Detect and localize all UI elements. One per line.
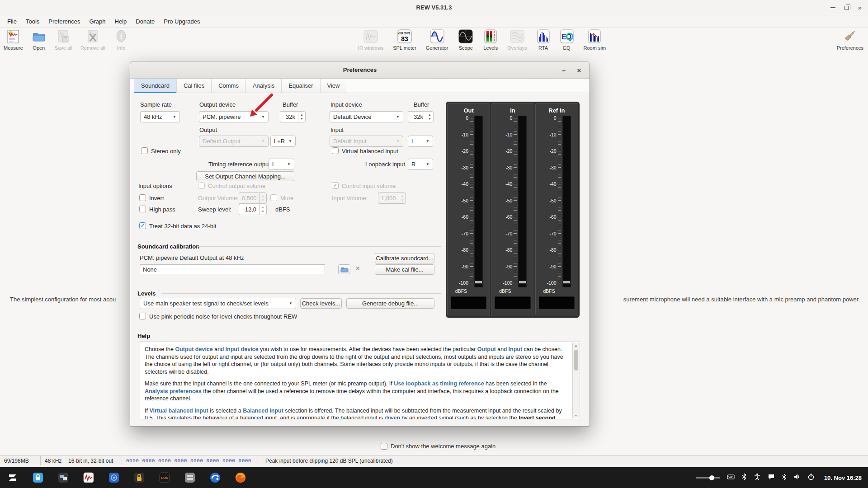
- window-restore-icon[interactable]: [844, 6, 849, 10]
- output-channel-select[interactable]: L+R ▼: [270, 136, 296, 147]
- dont-show-welcome-checkbox[interactable]: [381, 443, 387, 450]
- meter-slider-handle[interactable]: [563, 281, 571, 284]
- toolbar-rta[interactable]: RTA: [537, 28, 550, 51]
- taskbar-clock[interactable]: 10. Nov 16:28: [824, 474, 862, 481]
- spinner-arrows-icon[interactable]: ▲▼: [399, 192, 406, 204]
- input-channel-select[interactable]: L ▼: [408, 136, 433, 147]
- tab-soundcard[interactable]: Soundcard: [134, 79, 177, 93]
- accessibility-icon[interactable]: [754, 473, 761, 482]
- browse-cal-file-button[interactable]: [338, 264, 350, 274]
- control-input-volume-checkbox[interactable]: ✓: [332, 182, 339, 189]
- toolbar-room-sim[interactable]: Room sim: [584, 28, 606, 51]
- toolbar-generator[interactable]: Generator: [426, 28, 448, 51]
- toolbar-eq[interactable]: EQ EQ: [560, 28, 574, 51]
- toolbar-ir-windows[interactable]: IR windows: [358, 28, 383, 51]
- pink-noise-checkbox[interactable]: [139, 313, 146, 319]
- tab-view[interactable]: View: [321, 79, 347, 93]
- mute-checkbox[interactable]: [270, 194, 277, 201]
- help-scrollbar[interactable]: ▲ ▼: [572, 343, 579, 418]
- stereo-only-checkbox[interactable]: [141, 147, 148, 154]
- toolbar-info[interactable]: i Info: [113, 28, 129, 51]
- dialog-minimize-button[interactable]: –: [559, 66, 569, 75]
- invert-checkbox[interactable]: [139, 194, 146, 201]
- toolbar-overlays[interactable]: Overlays: [507, 28, 527, 51]
- keyboard-layout-icon[interactable]: [727, 473, 735, 482]
- toolbar-remove-all[interactable]: Remove all: [80, 28, 105, 51]
- dialog-titlebar[interactable]: Preferences – ×: [130, 61, 590, 79]
- spinner-arrows-icon[interactable]: ▲▼: [259, 192, 267, 204]
- notification-icon[interactable]: [768, 473, 775, 482]
- web-browser-icon[interactable]: [207, 469, 223, 486]
- buffer-out-spinner[interactable]: 32k ▲▼: [280, 111, 306, 122]
- spinner-arrows-icon[interactable]: ▲▼: [426, 111, 434, 122]
- menu-graph[interactable]: Graph: [85, 18, 110, 25]
- scroll-down-icon[interactable]: ▼: [575, 413, 578, 418]
- menu-pro-upgrades[interactable]: Pro Upgrades: [159, 18, 204, 25]
- toolbar-spl-meter[interactable]: dB SPL83 SPL meter: [393, 28, 416, 51]
- buffer-in-spinner[interactable]: 32k ▲▼: [408, 111, 434, 122]
- sweep-level-spinner[interactable]: -12,0 ▲▼: [239, 204, 267, 215]
- loopback-select[interactable]: R ▼: [408, 159, 433, 170]
- generate-debug-file-button[interactable]: Generate debug file...: [346, 298, 434, 309]
- power-icon[interactable]: [807, 473, 815, 482]
- window-close-icon[interactable]: ×: [858, 5, 862, 11]
- tab-cal-files[interactable]: Cal files: [177, 79, 212, 93]
- tab-analysis[interactable]: Analysis: [246, 79, 282, 93]
- check-levels-button[interactable]: Check levels...: [300, 298, 342, 309]
- input-select[interactable]: Default Input ▼: [330, 136, 403, 147]
- high-pass-checkbox[interactable]: [139, 206, 146, 212]
- firefox-icon[interactable]: [232, 469, 249, 486]
- calibrate-soundcard-button[interactable]: Calibrate soundcard...: [375, 253, 434, 263]
- toolbar-preferences[interactable]: Preferences: [837, 28, 863, 51]
- set-output-channel-mapping-button[interactable]: Set Output Channel Mapping...: [196, 171, 294, 181]
- sample-rate-select[interactable]: 48 kHz ▼: [140, 111, 180, 122]
- file-manager-icon[interactable]: [182, 469, 198, 486]
- scrollbar-thumb[interactable]: [574, 350, 578, 371]
- volume-slider[interactable]: [696, 477, 720, 479]
- spinner-arrows-icon[interactable]: ▲▼: [259, 204, 267, 215]
- bluetooth-status-icon[interactable]: [782, 474, 787, 482]
- dialog-close-button[interactable]: ×: [574, 66, 584, 75]
- output-device-select[interactable]: PCM: pipewire ▼: [199, 111, 269, 122]
- treat-32bit-checkbox[interactable]: ✓: [139, 222, 146, 229]
- meter-slider-handle[interactable]: [519, 281, 526, 284]
- tab-equaliser[interactable]: Equaliser: [282, 79, 320, 93]
- spinner-arrows-icon[interactable]: ▲▼: [298, 111, 306, 122]
- menu-preferences[interactable]: Preferences: [44, 18, 85, 25]
- software-store-icon[interactable]: [30, 469, 46, 486]
- bluetooth-icon[interactable]: [741, 473, 747, 482]
- menu-donate[interactable]: Donate: [131, 18, 159, 25]
- menu-file[interactable]: File: [3, 18, 21, 25]
- clear-cal-file-icon[interactable]: ×: [355, 264, 360, 273]
- window-titlebar[interactable]: REW V5.31.3 ×: [0, 0, 868, 15]
- volume-slider-thumb[interactable]: [709, 475, 714, 480]
- dosbox-icon[interactable]: DOS: [156, 469, 173, 486]
- make-cal-file-button[interactable]: Make cal file...: [375, 264, 434, 275]
- scroll-up-icon[interactable]: ▲: [575, 343, 578, 347]
- output-select[interactable]: Default Output ▼: [199, 136, 269, 147]
- toolbar-scope[interactable]: Scope: [458, 28, 474, 51]
- toolbar-open[interactable]: Open: [31, 28, 47, 51]
- toolbar-levels[interactable]: 0369 Levels: [483, 28, 498, 51]
- levels-mode-select[interactable]: Use main speaker test signal to check/se…: [140, 298, 296, 309]
- rew-app-icon[interactable]: [80, 469, 97, 486]
- input-device-select[interactable]: Default Device ▼: [330, 111, 403, 122]
- tab-comms[interactable]: Comms: [212, 79, 246, 93]
- displays-app-icon[interactable]: [55, 469, 71, 486]
- cal-file-field[interactable]: None: [140, 264, 325, 274]
- window-minimize-icon[interactable]: [830, 7, 835, 8]
- toolbar-measure[interactable]: Measure: [4, 28, 23, 51]
- toolbar-save-all[interactable]: Save all: [55, 28, 72, 51]
- menu-tools[interactable]: Tools: [21, 18, 44, 25]
- input-volume-spinner[interactable]: 1,000 ▲▼: [378, 192, 406, 204]
- volume-icon[interactable]: [793, 473, 801, 482]
- menu-help[interactable]: Help: [110, 18, 132, 25]
- meter-slider-handle[interactable]: [475, 281, 482, 284]
- output-volume-spinner[interactable]: 0,500 ▲▼: [239, 192, 267, 204]
- zorin-menu-icon[interactable]: [5, 469, 21, 486]
- control-output-volume-checkbox[interactable]: [198, 182, 205, 189]
- activities-app-icon[interactable]: [106, 469, 122, 486]
- virtual-balanced-checkbox[interactable]: [332, 147, 339, 154]
- password-keys-icon[interactable]: [131, 469, 147, 486]
- timing-ref-select[interactable]: L ▼: [269, 159, 294, 170]
